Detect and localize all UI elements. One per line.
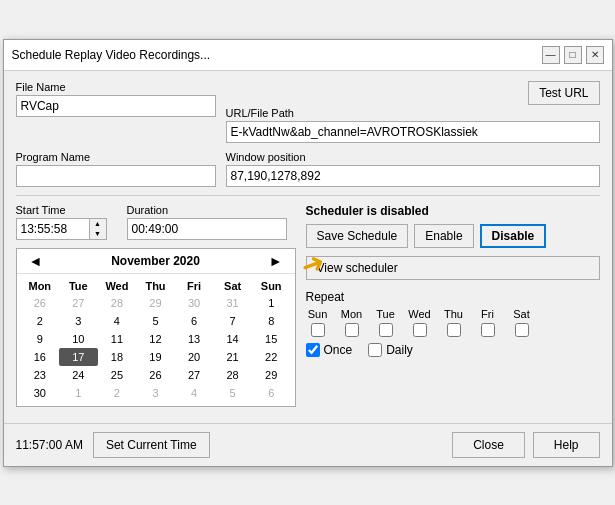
calendar-day[interactable]: 4 (175, 384, 214, 402)
calendar-day[interactable]: 5 (213, 384, 252, 402)
repeat-day-checkbox[interactable] (311, 323, 325, 337)
repeat-day-label: Mon (340, 308, 364, 320)
test-url-button[interactable]: Test URL (528, 81, 599, 105)
calendar-day[interactable]: 22 (252, 348, 291, 366)
calendar-day[interactable]: 26 (21, 294, 60, 312)
window-position-label: Window position (226, 151, 600, 163)
calendar-day[interactable]: 6 (252, 384, 291, 402)
calendar-day[interactable]: 11 (98, 330, 137, 348)
calendar-day[interactable]: 28 (213, 366, 252, 384)
cal-day-name: Fri (175, 278, 214, 294)
scheduler-section: Scheduler is disabled ➜ Save Schedule En… (306, 204, 600, 407)
file-name-input[interactable] (16, 95, 216, 117)
calendar-day[interactable]: 29 (136, 294, 175, 312)
calendar-day[interactable]: 30 (175, 294, 214, 312)
disable-button[interactable]: Disable (480, 224, 547, 248)
window-position-input[interactable] (226, 165, 600, 187)
calendar-day[interactable]: 9 (21, 330, 60, 348)
url-input[interactable] (226, 121, 600, 143)
repeat-day-checkbox[interactable] (515, 323, 529, 337)
calendar-day[interactable]: 1 (252, 294, 291, 312)
repeat-day-checkbox-wrapper (306, 323, 330, 337)
cal-day-name: Wed (98, 278, 137, 294)
calendar-day[interactable]: 2 (21, 312, 60, 330)
time-row: Start Time ▲ ▼ Duration (16, 204, 296, 240)
start-time-down[interactable]: ▼ (90, 229, 106, 239)
view-scheduler-button[interactable]: View scheduler (306, 256, 600, 280)
calendar-day[interactable]: 3 (59, 312, 98, 330)
help-button[interactable]: Help (533, 432, 600, 458)
start-time-up[interactable]: ▲ (90, 219, 106, 229)
calendar-day[interactable]: 31 (213, 294, 252, 312)
start-time-wrapper: ▲ ▼ (16, 218, 107, 240)
start-time-label: Start Time (16, 204, 107, 216)
calendar-day[interactable]: 18 (98, 348, 137, 366)
repeat-day-checkbox-wrapper (510, 323, 534, 337)
calendar-day[interactable]: 17 (59, 348, 98, 366)
calendar-day[interactable]: 24 (59, 366, 98, 384)
calendar-prev-button[interactable]: ◄ (25, 253, 47, 269)
calendar-day[interactable]: 27 (175, 366, 214, 384)
close-button[interactable]: Close (452, 432, 525, 458)
cal-day-name: Sat (213, 278, 252, 294)
repeat-day-checkbox-wrapper (476, 323, 500, 337)
daily-item: Daily (368, 343, 413, 357)
calendar-day[interactable]: 23 (21, 366, 60, 384)
calendar-day[interactable]: 7 (213, 312, 252, 330)
calendar-day[interactable]: 21 (213, 348, 252, 366)
repeat-day-checkbox[interactable] (481, 323, 495, 337)
repeat-day-checkbox[interactable] (379, 323, 393, 337)
arrow-indicator: ➜ (296, 245, 329, 284)
duration-field: Duration (127, 204, 287, 240)
calendar-day[interactable]: 12 (136, 330, 175, 348)
calendar-day[interactable]: 20 (175, 348, 214, 366)
repeat-day-checkbox[interactable] (413, 323, 427, 337)
duration-input[interactable] (127, 218, 287, 240)
maximize-button[interactable]: □ (564, 46, 582, 64)
repeat-day-checkbox[interactable] (345, 323, 359, 337)
calendar-day[interactable]: 13 (175, 330, 214, 348)
calendar-day[interactable]: 28 (98, 294, 137, 312)
program-name-label: Program Name (16, 151, 216, 163)
url-label: URL/File Path (226, 107, 600, 119)
bottom-right-buttons: Close Help (452, 432, 599, 458)
calendar-day[interactable]: 27 (59, 294, 98, 312)
calendar-day[interactable]: 14 (213, 330, 252, 348)
daily-checkbox[interactable] (368, 343, 382, 357)
repeat-label: Repeat (306, 290, 600, 304)
calendar-day[interactable]: 16 (21, 348, 60, 366)
calendar-day[interactable]: 29 (252, 366, 291, 384)
enable-button[interactable]: Enable (414, 224, 473, 248)
repeat-day-checkbox-wrapper (374, 323, 398, 337)
calendar-day[interactable]: 3 (136, 384, 175, 402)
calendar-day[interactable]: 19 (136, 348, 175, 366)
once-checkbox[interactable] (306, 343, 320, 357)
calendar-day[interactable]: 15 (252, 330, 291, 348)
calendar-day[interactable]: 6 (175, 312, 214, 330)
calendar-day[interactable]: 4 (98, 312, 137, 330)
program-name-input[interactable] (16, 165, 216, 187)
close-window-button[interactable]: ✕ (586, 46, 604, 64)
calendar-day[interactable]: 30 (21, 384, 60, 402)
scheduler-buttons: ➜ Save Schedule Enable Disable (306, 224, 600, 248)
current-time-display: 11:57:00 AM (16, 438, 83, 452)
repeat-day-label: Wed (408, 308, 432, 320)
minimize-button[interactable]: — (542, 46, 560, 64)
repeat-days-header: SunMonTueWedThuFriSat (306, 308, 600, 320)
save-schedule-button[interactable]: Save Schedule (306, 224, 409, 248)
start-time-input[interactable] (17, 219, 89, 239)
calendar-day[interactable]: 25 (98, 366, 137, 384)
calendar-widget: ◄ November 2020 ► MonTueWedThuFriSatSun … (16, 248, 296, 407)
repeat-day-label: Tue (374, 308, 398, 320)
calendar-day[interactable]: 10 (59, 330, 98, 348)
repeat-checkboxes (306, 323, 600, 337)
calendar-day[interactable]: 1 (59, 384, 98, 402)
separator-1 (16, 195, 600, 196)
calendar-day[interactable]: 8 (252, 312, 291, 330)
repeat-day-checkbox[interactable] (447, 323, 461, 337)
calendar-day[interactable]: 5 (136, 312, 175, 330)
calendar-day[interactable]: 2 (98, 384, 137, 402)
calendar-next-button[interactable]: ► (265, 253, 287, 269)
calendar-day[interactable]: 26 (136, 366, 175, 384)
set-current-time-button[interactable]: Set Current Time (93, 432, 210, 458)
